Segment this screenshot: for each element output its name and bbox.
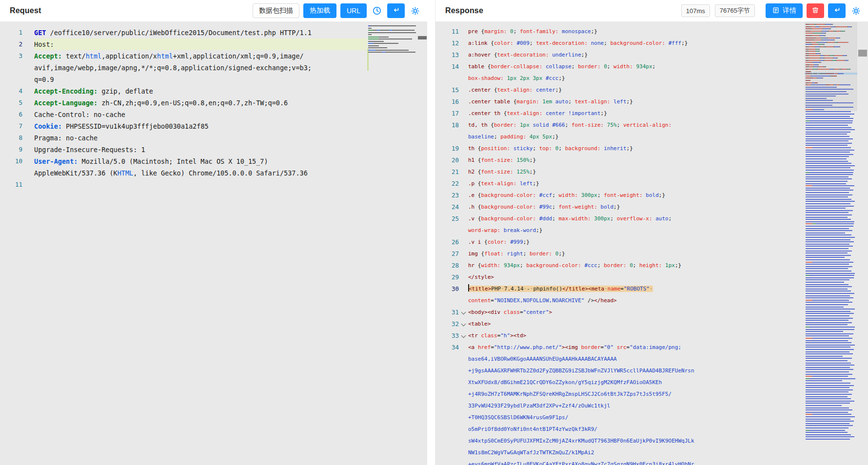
code-line[interactable]: +eys6mpWfVaAPzcILu8EVKoCAaYFtPxrAXo8gvNw… bbox=[435, 459, 805, 465]
code-line[interactable]: 26.v i {color: #999;} bbox=[435, 236, 805, 248]
code-line[interactable]: 3Accept: text/html,application/xhtml+xml… bbox=[0, 50, 367, 62]
request-minimap[interactable] bbox=[367, 22, 417, 465]
fold-gutter bbox=[459, 213, 468, 225]
code-line[interactable]: 9Upgrade-Insecure-Requests: 1 bbox=[0, 144, 367, 155]
code-line[interactable]: 16.center table {margin: 1em auto; text-… bbox=[435, 96, 805, 108]
code-line[interactable]: sW4xtpS0CmE0SyPUFUJXFMIxZcM0jAZ4xrKMudQT… bbox=[435, 435, 805, 447]
details-button[interactable]: 详情 bbox=[766, 3, 803, 18]
send-request-button[interactable] bbox=[387, 3, 405, 18]
code-line[interactable]: 14table {border-collapse: collapse; bord… bbox=[435, 61, 805, 73]
fold-chevron-icon[interactable] bbox=[459, 307, 468, 318]
send-button[interactable] bbox=[828, 3, 846, 18]
code-line[interactable]: 33PvWU4293F29ybdlPzaM3df2XPv+Zzf4/zOuWc1… bbox=[435, 400, 805, 412]
code-line[interactable]: 4Accept-Encoding: gzip, deflate bbox=[0, 85, 367, 97]
code-line[interactable]: 31<body><div class="center"> bbox=[435, 307, 805, 318]
code-line[interactable]: content="NOINDEX,NOFOLLOW,NOARCHIVE" /><… bbox=[435, 295, 805, 307]
minimap-line bbox=[806, 251, 852, 252]
code-line[interactable]: 34<a href="http://www.php.net/"><img bor… bbox=[435, 342, 805, 353]
code-line[interactable]: word-wrap: break-word;} bbox=[435, 225, 805, 236]
hot-reload-button[interactable]: 热加载 bbox=[303, 3, 336, 18]
gear-icon[interactable] bbox=[409, 4, 421, 17]
minimap-line bbox=[806, 338, 852, 339]
request-code[interactable]: 1GET /eoffice10/server/public/iWebOffice… bbox=[0, 22, 367, 465]
minimap-line bbox=[806, 414, 851, 415]
minimap-line bbox=[806, 172, 853, 173]
response-editor[interactable]: 11pre {margin: 0; font-family: monospace… bbox=[435, 22, 868, 465]
code-line[interactable]: 20h1 {font-size: 150%;} bbox=[435, 155, 805, 166]
minimap-viewport-slider[interactable] bbox=[805, 22, 857, 111]
code-line[interactable]: 25.v {background-color: #ddd; max-width:… bbox=[435, 213, 805, 225]
code-line[interactable]: 33<tr class="h"><td> bbox=[435, 330, 805, 342]
clear-response-button[interactable] bbox=[807, 3, 824, 18]
code-line[interactable]: 13a:hover {text-decoration: underline;} bbox=[435, 49, 805, 61]
code-line[interactable]: +j9gsAAAAGXRFWHRTb2Z0d2FyZQBBZG9iZSBJbWF… bbox=[435, 365, 805, 377]
code-line[interactable]: 5Accept-Language: zh-CN,zh;q=0.9,en-US;q… bbox=[0, 97, 367, 109]
code-line[interactable]: 21h2 {font-size: 125%;} bbox=[435, 166, 805, 178]
minimap-line bbox=[806, 271, 851, 271]
minimap-line bbox=[806, 196, 848, 197]
code-line[interactable]: 11pre {margin: 0; font-family: monospace… bbox=[435, 26, 805, 38]
history-icon[interactable] bbox=[371, 4, 383, 17]
response-minimap[interactable] bbox=[805, 22, 857, 465]
code-line[interactable]: 24.h {background-color: #99c; font-weigh… bbox=[435, 201, 805, 213]
code-line[interactable]: 27img {float: right; border: 0;} bbox=[435, 248, 805, 260]
code-line[interactable]: 17.center th {text-align: center !import… bbox=[435, 108, 805, 119]
line-number bbox=[0, 62, 22, 74]
fold-chevron-icon[interactable] bbox=[459, 318, 468, 330]
minimap-line bbox=[806, 118, 853, 119]
minimap-line bbox=[806, 378, 855, 379]
code-line[interactable]: avif,image/webp,image/apng,*/*;q=0.8,app… bbox=[0, 62, 367, 74]
minimap-line bbox=[806, 181, 848, 182]
panel-divider[interactable] bbox=[427, 0, 435, 465]
code-line[interactable]: 6Cache-Control: no-cache bbox=[0, 109, 367, 120]
code-line[interactable]: 11 bbox=[0, 179, 367, 191]
minimap-line bbox=[806, 145, 848, 146]
minimap-line bbox=[806, 161, 848, 162]
minimap-line bbox=[806, 309, 855, 310]
minimap-line bbox=[806, 423, 849, 424]
code-line[interactable]: 22.p {text-align: left;} bbox=[435, 178, 805, 190]
code-line[interactable]: 7Cookie: PHPSESSID=vu1k4up3fffjebo0030a1… bbox=[0, 120, 367, 132]
minimap-line bbox=[368, 28, 372, 29]
code-line[interactable]: NW1s8mC2WgVTwGAqWTafJzTWTKZmQuZ/k1MpAi2 bbox=[435, 447, 805, 459]
line-content: table {border-collapse: collapse; border… bbox=[468, 61, 805, 73]
code-line[interactable]: 30<title>PHP·7.4.14·-·phpinfo()</title><… bbox=[435, 283, 805, 295]
code-line[interactable]: AppleWebKit/537.36 (KHTML, like Gecko) C… bbox=[0, 167, 367, 179]
code-line[interactable]: q=0.9 bbox=[0, 74, 367, 85]
minimap-line bbox=[806, 356, 843, 357]
code-line[interactable]: +T0HQ3SQC6SBSlD6WKN4rusGm9F1ps/ bbox=[435, 412, 805, 424]
code-line[interactable]: 28hr {width: 934px; background-color: #c… bbox=[435, 260, 805, 271]
code-line[interactable]: 1GET /eoffice10/server/public/iWebOffice… bbox=[0, 27, 367, 39]
code-line[interactable]: XtwXFUdx8/dBGihmE21QCrQDY6oZZykon/gY5qiz… bbox=[435, 377, 805, 388]
code-line[interactable]: 2Host: bbox=[0, 39, 367, 50]
code-line[interactable]: 32<table> bbox=[435, 318, 805, 330]
code-line[interactable]: 10User-Agent: Mozilla/5.0 (Macintosh; In… bbox=[0, 155, 367, 167]
minimap-line bbox=[806, 217, 848, 218]
response-code[interactable]: 11pre {margin: 0; font-family: monospace… bbox=[435, 22, 805, 465]
packet-scan-button[interactable]: 数据包扫描 bbox=[253, 3, 299, 18]
url-button[interactable]: URL bbox=[340, 3, 367, 18]
code-line[interactable]: o5mPriOf8dd0YoNfi0nt4ntB1PT4zYwzQkf3kR9/ bbox=[435, 424, 805, 435]
code-line[interactable]: base64,iVBORw0KGgoAAAANSUhEUgAAAHkAAABAC… bbox=[435, 353, 805, 365]
code-line[interactable]: baseline; padding: 4px 5px;} bbox=[435, 131, 805, 143]
scroll-thumb[interactable] bbox=[858, 50, 867, 57]
request-scrollbar[interactable] bbox=[417, 22, 427, 465]
fold-chevron-icon[interactable] bbox=[459, 330, 468, 342]
code-line[interactable]: 8Pragma: no-cache bbox=[0, 132, 367, 144]
gear-icon[interactable] bbox=[849, 4, 862, 17]
line-number: 13 bbox=[435, 49, 459, 61]
minimap-line bbox=[806, 237, 855, 238]
code-line[interactable]: box-shadow: 1px 2px 3px #ccc;} bbox=[435, 73, 805, 84]
line-number: 9 bbox=[0, 144, 22, 155]
code-line[interactable]: 29</style> bbox=[435, 271, 805, 283]
code-line[interactable]: 23.e {background-color: #ccf; width: 300… bbox=[435, 190, 805, 201]
code-line[interactable]: 15.center {text-align: center;} bbox=[435, 84, 805, 96]
code-line[interactable]: 12a:link {color: #009; text-decoration: … bbox=[435, 38, 805, 49]
minimap-line bbox=[806, 300, 849, 301]
code-line[interactable]: 18td, th {border: 1px solid #666; font-s… bbox=[435, 119, 805, 131]
code-line[interactable]: +j4R9oZH7zT6MAMKrNphZFSQreKHRgZmspLHSCJ2… bbox=[435, 388, 805, 400]
code-line[interactable]: 19th {position: sticky; top: 0; backgrou… bbox=[435, 143, 805, 155]
request-editor[interactable]: 1GET /eoffice10/server/public/iWebOffice… bbox=[0, 22, 427, 465]
details-label: 详情 bbox=[783, 6, 796, 15]
response-scrollbar[interactable] bbox=[857, 22, 868, 465]
